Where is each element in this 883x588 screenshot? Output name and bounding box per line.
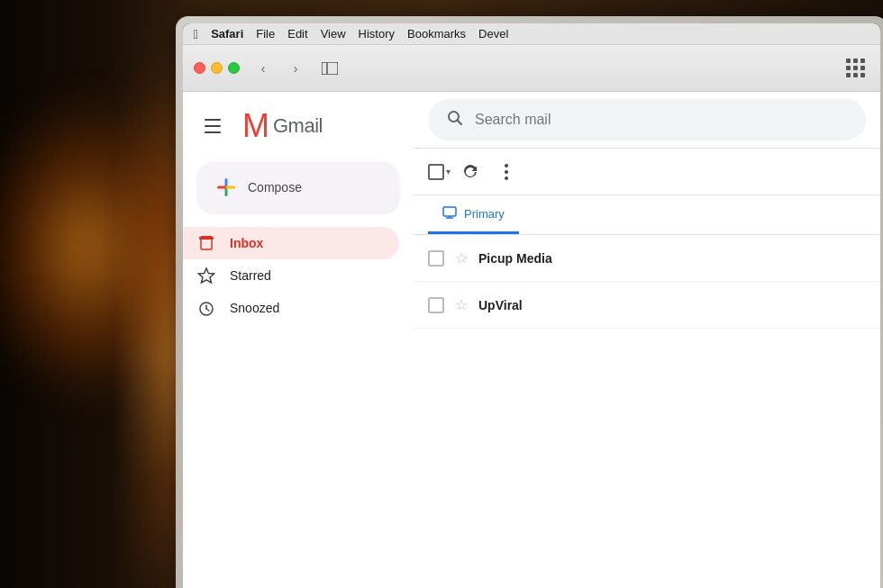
clock-icon [197,299,215,317]
back-button[interactable]: ‹ [250,56,276,81]
main-actions-toolbar: ▾ [414,149,880,195]
gmail-header: M Gmail [183,99,414,158]
email-checkbox[interactable] [428,297,444,313]
gmail-wordmark: Gmail [273,114,323,138]
email-star-icon[interactable]: ☆ [455,249,468,267]
search-input[interactable] [475,112,848,128]
primary-tab-label: Primary [464,207,505,221]
gmail-m-logo: M [242,110,269,142]
search-icon [446,109,464,131]
more-actions-button[interactable] [490,156,523,188]
star-icon [197,267,215,285]
file-menu[interactable]: File [256,27,275,41]
dark-left-overlay [0,0,189,588]
forward-icon: › [294,61,298,76]
table-row[interactable]: ☆ Picup Media [414,235,880,282]
hamburger-line-3 [205,131,221,133]
svg-rect-4 [201,236,212,240]
svg-marker-5 [199,268,214,283]
select-all-checkbox[interactable]: ▾ [428,164,451,180]
browser-window: ‹ › [183,45,880,588]
tab-primary[interactable]: Primary [428,195,519,234]
svg-line-10 [458,120,462,124]
svg-point-12 [505,170,508,174]
gmail-main: ▾ [414,92,880,588]
svg-rect-14 [443,207,456,216]
apple-menu[interactable]:  [194,27,198,41]
sidebar-icon [322,62,338,75]
hamburger-line-2 [205,125,221,127]
browser-toolbar: ‹ › [183,45,880,92]
email-star-icon[interactable]: ☆ [455,296,468,313]
email-checkbox[interactable] [428,250,444,267]
svg-point-11 [505,164,508,167]
sidebar-item-inbox[interactable]: Inbox [183,227,399,259]
sidebar-item-snoozed[interactable]: Snoozed [183,292,399,324]
edit-menu[interactable]: Edit [287,27,307,41]
maximize-button[interactable] [228,62,240,74]
snoozed-label: Snoozed [230,301,279,315]
compose-label: Compose [248,180,302,194]
traffic-lights [194,62,240,74]
inbox-icon [197,234,215,252]
table-row[interactable]: ☆ UpViral [414,282,880,329]
back-icon: ‹ [261,61,266,76]
search-bar[interactable] [428,99,866,140]
inbox-label: Inbox [230,236,263,250]
hamburger-button[interactable] [197,108,233,144]
gmail-content: M Gmail Compose [183,92,880,588]
tabs-row: Primary [414,195,880,235]
minimize-button[interactable] [211,62,223,74]
laptop-frame:  Safari File Edit View History Bookmark… [176,16,883,588]
bookmarks-menu[interactable]: Bookmarks [407,27,466,41]
starred-label: Starred [230,268,271,283]
grid-icon [846,59,865,77]
svg-point-13 [505,176,508,180]
primary-tab-icon [442,206,457,221]
gmail-sidebar: M Gmail Compose [183,92,414,588]
svg-line-8 [206,309,209,311]
close-button[interactable] [194,62,205,74]
forward-button[interactable]: › [283,56,308,81]
refresh-button[interactable] [454,156,487,188]
refresh-icon [462,164,478,180]
compose-plus-icon [215,176,237,198]
checkbox[interactable] [428,164,444,180]
email-sender: Picup Media [478,251,605,266]
developer-menu[interactable]: Devel [478,27,508,41]
hamburger-line-1 [205,119,221,121]
sidebar-toggle-button[interactable] [315,56,344,81]
email-list: ☆ Picup Media ☆ UpViral [414,235,880,329]
more-icon [505,164,508,180]
history-menu[interactable]: History [359,27,395,41]
dropdown-arrow-icon[interactable]: ▾ [446,167,451,176]
email-sender: UpViral [478,298,605,312]
sidebar-item-starred[interactable]: Starred [183,259,399,292]
tabs-grid-button[interactable] [841,56,869,81]
gmail-logo: M Gmail [242,110,323,142]
svg-rect-0 [322,62,338,75]
compose-button[interactable]: Compose [197,162,399,213]
view-menu[interactable]: View [321,27,346,41]
screen-bezel:  Safari File Edit View History Bookmark… [183,23,880,588]
macos-menubar:  Safari File Edit View History Bookmark… [183,23,880,45]
safari-menu[interactable]: Safari [211,27,243,41]
